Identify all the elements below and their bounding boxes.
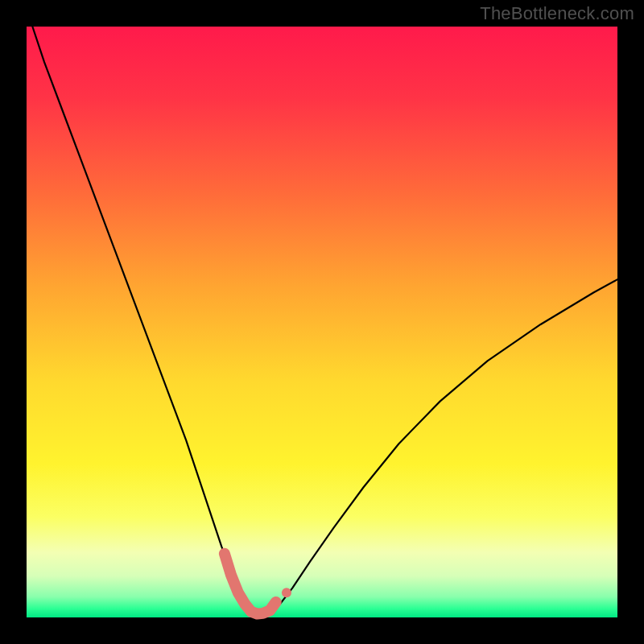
plot-background: [27, 27, 617, 617]
bottleneck-chart: [0, 0, 644, 644]
watermark-text: TheBottleneck.com: [480, 3, 634, 24]
highlight-end-dot: [282, 588, 291, 597]
chart-frame: TheBottleneck.com: [0, 0, 644, 644]
